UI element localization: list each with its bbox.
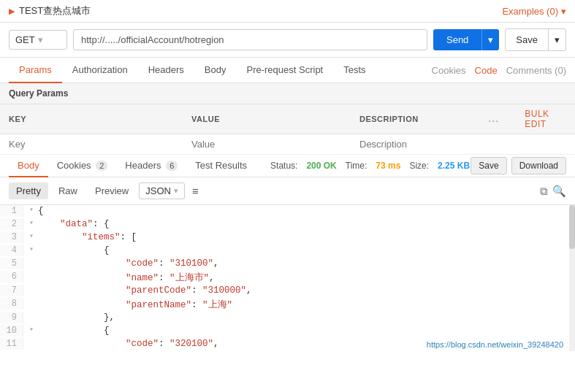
send-dropdown-button[interactable]: ▾ — [481, 29, 499, 50]
format-select[interactable]: JSON ▾ — [139, 182, 185, 199]
fmt-tab-preview[interactable]: Preview — [88, 182, 136, 199]
format-chevron-icon: ▾ — [174, 186, 178, 196]
time-label: Time: — [346, 161, 368, 171]
tab-authorization[interactable]: Authorization — [62, 58, 138, 83]
code-line-9: 9 }, — [0, 312, 575, 325]
format-right-icons: ⧉ 🔍 — [540, 185, 566, 198]
resp-tab-test-results[interactable]: Test Results — [186, 155, 256, 177]
tab-comments-link[interactable]: Comments (0) — [506, 65, 566, 76]
code-line-7: 7 "parentCode": "310000", — [0, 285, 575, 298]
response-tabs: Body Cookies 2 Headers 6 Test Results St… — [9, 155, 470, 177]
title-arrow[interactable]: ▶ — [9, 7, 15, 16]
resp-tab-cookies[interactable]: Cookies 2 — [48, 155, 117, 177]
col-desc-header: DESCRIPTION — [351, 104, 472, 134]
status-label: Status: — [270, 161, 297, 171]
bulk-edit-button[interactable]: Bulk Edit — [525, 109, 549, 129]
query-params-section: Query Params — [0, 83, 575, 104]
examples-button[interactable]: Examples (0) ▾ — [502, 6, 566, 17]
size-value: 2.25 KB — [438, 161, 470, 171]
tab-prerequest[interactable]: Pre-request Script — [236, 58, 333, 83]
save-group: Save ▾ — [505, 28, 566, 51]
code-editor[interactable]: 1 ▾ { 2 ▾ "data": { 3 ▾ "items": [ 4 ▾ {… — [0, 205, 575, 351]
format-tabs-row: Pretty Raw Preview JSON ▾ ≡ ⧉ 🔍 — [0, 177, 575, 205]
tab-headers[interactable]: Headers — [138, 58, 194, 83]
response-meta-tabs: Cookies Code Comments (0) — [432, 65, 566, 76]
footer-url: https://blog.csdn.net/weixin_39248420 — [422, 337, 568, 351]
request-name: TEST查热点城市 — [19, 4, 91, 18]
method-select[interactable]: GET ▾ — [9, 30, 67, 50]
col-value-header: VALUE — [183, 104, 351, 134]
url-input[interactable]: http://...../officialAccount/hotregion — [73, 29, 427, 50]
status-info: Status: 200 OK Time: 73 ms Size: 2.25 KB — [270, 161, 470, 171]
time-value: 73 ms — [376, 161, 400, 171]
code-line-4: 4 ▾ { — [0, 245, 575, 258]
response-tabs-row: Body Cookies 2 Headers 6 Test Results St… — [0, 155, 575, 177]
code-line-5: 5 "code": "310100", — [0, 258, 575, 271]
top-bar: ▶ TEST查热点城市 Examples (0) ▾ — [0, 0, 575, 23]
url-bar: GET ▾ http://...../officialAccount/hotre… — [0, 23, 575, 58]
code-line-8: 8 "parentName": "上海" — [0, 298, 575, 312]
bulk-edit-header: Bulk Edit — [516, 104, 575, 134]
headers-badge: 6 — [166, 161, 178, 171]
table-row — [0, 134, 575, 155]
editor-scrollbar[interactable] — [569, 205, 575, 351]
col-actions-header: ... — [472, 104, 516, 134]
cookies-badge: 2 — [96, 161, 107, 171]
copy-icon[interactable]: ⧉ — [540, 185, 548, 198]
fmt-tab-pretty[interactable]: Pretty — [9, 182, 48, 199]
scrollbar-thumb[interactable] — [569, 205, 575, 249]
tab-params[interactable]: Params — [9, 58, 62, 83]
desc-cell — [351, 134, 472, 155]
key-cell — [0, 134, 183, 155]
key-input[interactable] — [9, 139, 174, 150]
format-tabs: Pretty Raw Preview JSON ▾ ≡ — [9, 182, 203, 200]
size-label: Size: — [409, 161, 429, 171]
status-value: 200 OK — [306, 161, 336, 171]
save-button[interactable]: Save — [505, 28, 549, 51]
code-line-2: 2 ▾ "data": { — [0, 218, 575, 231]
value-input[interactable] — [191, 139, 342, 150]
code-editor-container: 1 ▾ { 2 ▾ "data": { 3 ▾ "items": [ 4 ▾ {… — [0, 205, 575, 351]
send-button[interactable]: Send — [433, 29, 481, 50]
tab-tests[interactable]: Tests — [333, 58, 376, 83]
col-key-header: KEY — [0, 104, 183, 134]
search-icon[interactable]: 🔍 — [552, 185, 566, 198]
send-group: Send ▾ — [433, 29, 499, 50]
request-tabs-row: Params Authorization Headers Body Pre-re… — [0, 58, 575, 83]
tab-body[interactable]: Body — [194, 58, 237, 83]
response-actions: Save Download — [471, 157, 566, 174]
save-dropdown-button[interactable]: ▾ — [549, 28, 566, 51]
desc-input[interactable] — [359, 139, 463, 150]
resp-tab-headers[interactable]: Headers 6 — [116, 155, 186, 177]
code-line-10: 10 ▾ { — [0, 325, 575, 338]
code-line-3: 3 ▾ "items": [ — [0, 231, 575, 245]
more-options-icon[interactable]: ... — [489, 115, 500, 123]
tab-code-link[interactable]: Code — [475, 65, 498, 76]
tab-cookies-link[interactable]: Cookies — [432, 65, 466, 76]
code-line-6: 6 "name": "上海市", — [0, 271, 575, 285]
fmt-tab-raw[interactable]: Raw — [51, 182, 85, 199]
params-table: KEY VALUE DESCRIPTION ... Bulk Edit — [0, 104, 575, 155]
response-download-button[interactable]: Download — [511, 157, 566, 174]
response-save-button[interactable]: Save — [471, 157, 506, 174]
wrap-icon[interactable]: ≡ — [188, 182, 203, 200]
code-line-1: 1 ▾ { — [0, 205, 575, 218]
request-title: ▶ TEST查热点城市 — [9, 4, 91, 18]
value-cell — [183, 134, 351, 155]
send-chevron-icon: ▾ — [488, 34, 493, 45]
examples-dropdown-icon: ▾ — [561, 6, 566, 17]
request-tabs: Params Authorization Headers Body Pre-re… — [9, 58, 376, 82]
resp-tab-body[interactable]: Body — [9, 155, 48, 177]
save-chevron-icon: ▾ — [555, 34, 560, 45]
method-chevron-icon: ▾ — [38, 34, 43, 45]
